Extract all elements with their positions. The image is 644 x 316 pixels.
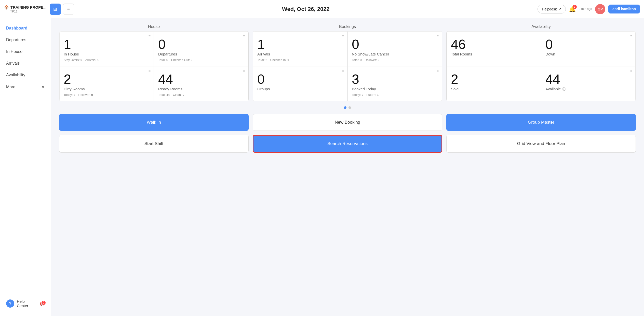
sidebar-item-departures[interactable]: Departures (0, 34, 51, 46)
search-reservations-button[interactable]: Search Reservations (253, 135, 442, 153)
departures-card[interactable]: ≡ 0 Departures Total: 0 Checked Out: 0 (154, 31, 248, 66)
dirty-rooms-label: Dirty Rooms (64, 87, 150, 91)
help-center[interactable]: ? Help Center 📢 0 (0, 295, 51, 312)
dirty-rooms-sub: Today: 2 Rollover: 0 (64, 93, 150, 97)
noshow-sub: Total: 0 Rollover: 0 (352, 58, 438, 62)
main-content: House Bookings Availability ≡ 1 In House… (51, 18, 644, 316)
inhouse-card[interactable]: ≡ 1 In House Stay Overs: 0 Arrivals: 1 (59, 31, 154, 66)
inhouse-label: In House (64, 52, 150, 56)
cards-grid: ≡ 1 In House Stay Overs: 0 Arrivals: 1 ≡… (59, 31, 636, 101)
bookings-section-label: Bookings (253, 24, 442, 29)
notification-time: 0 min ago (579, 7, 592, 11)
megaphone-badge: 📢 0 (39, 301, 45, 306)
booked-today-number: 3 (352, 73, 438, 86)
arrivals-sub: Total: 2 Checked In: 1 (257, 58, 343, 62)
info-icon: ⓘ (562, 87, 566, 91)
action-buttons-row2: Start Shift Search Reservations Grid Vie… (59, 135, 636, 153)
house-icon: 🏠 (4, 5, 9, 10)
arrivals-number: 1 (257, 38, 343, 51)
sidebar-item-dashboard[interactable]: Dashboard (0, 22, 51, 34)
chevron-down-icon: ∨ (42, 84, 45, 89)
nav-buttons: ⊞ ≡ (50, 4, 74, 15)
groups-label: Groups (257, 87, 343, 91)
brand: 🏠 TRAINING PROPE... TP11 (4, 5, 47, 13)
new-booking-button[interactable]: New Booking (253, 114, 442, 131)
megaphone-count: 0 (42, 301, 46, 305)
filter-icon: ≡ (342, 34, 344, 38)
available-number: 44 (545, 73, 631, 86)
ready-rooms-sub: Total: 44 Clean: 0 (158, 93, 244, 97)
arrivals-card[interactable]: ≡ 1 Arrivals Total: 2 Checked In: 1 (253, 31, 347, 66)
down-number: 0 (545, 38, 631, 51)
brand-subtitle: TP11 (4, 10, 47, 13)
sold-label: Sold (451, 87, 537, 91)
filter-icon: ≡ (243, 34, 245, 38)
availability-card-group: 46 Total Rooms ≡ 0 Down 2 Sold ≡ (446, 31, 636, 101)
ready-rooms-number: 44 (158, 73, 244, 86)
groups-card[interactable]: ≡ 0 Groups (253, 66, 347, 101)
brand-title: 🏠 TRAINING PROPE... (4, 5, 47, 10)
external-link-icon: ↗ (558, 7, 561, 11)
dot-2[interactable] (348, 106, 351, 109)
header: 🏠 TRAINING PROPE... TP11 ⊞ ≡ Wed, Oct 26… (0, 0, 644, 18)
filter-icon: ≡ (630, 69, 632, 73)
house-card-group: ≡ 1 In House Stay Overs: 0 Arrivals: 1 ≡… (59, 31, 249, 101)
departures-sub: Total: 0 Checked Out: 0 (158, 58, 244, 62)
filter-icon: ≡ (149, 69, 151, 73)
dirty-rooms-number: 2 (64, 73, 150, 86)
ready-rooms-label: Ready Rooms (158, 87, 244, 91)
sidebar-item-arrivals[interactable]: Arrivals (0, 58, 51, 69)
filter-icon: ≡ (437, 34, 439, 38)
notifications-button[interactable]: 🔔 0 (569, 6, 576, 12)
booked-today-sub: Today: 2 Future: 1 (352, 93, 438, 97)
noshow-label: No Show/Late Cancel (352, 52, 438, 56)
notification-badge: 0 (573, 5, 577, 9)
availability-section-label: Availability (446, 24, 636, 29)
sold-number: 2 (451, 73, 537, 86)
start-shift-button[interactable]: Start Shift (59, 135, 249, 153)
ready-rooms-card[interactable]: ≡ 44 Ready Rooms Total: 44 Clean: 0 (154, 66, 248, 101)
header-date: Wed, Oct 26, 2022 (77, 6, 534, 12)
dot-1[interactable] (344, 106, 346, 109)
grid-view-button[interactable]: ⊞ (50, 4, 61, 15)
departures-label: Departures (158, 52, 244, 56)
noshow-number: 0 (352, 38, 438, 51)
inhouse-number: 1 (64, 38, 150, 51)
booked-today-label: Booked Today (352, 87, 438, 91)
inhouse-sub: Stay Overs: 0 Arrivals: 1 (64, 58, 150, 62)
helpdesk-button[interactable]: Helpdesk ↗ (538, 5, 566, 13)
groups-number: 0 (257, 73, 343, 86)
filter-icon: ≡ (342, 69, 344, 73)
sold-card[interactable]: 2 Sold (447, 66, 541, 101)
noshow-card[interactable]: ≡ 0 No Show/Late Cancel Total: 0 Rollove… (347, 31, 442, 66)
group-master-button[interactable]: Group Master (446, 114, 636, 131)
layout: Dashboard Departures In House Arrivals A… (0, 18, 644, 316)
down-card[interactable]: ≡ 0 Down (541, 31, 636, 66)
total-rooms-card[interactable]: 46 Total Rooms (447, 31, 541, 66)
action-buttons-row1: Walk In New Booking Group Master (59, 114, 636, 131)
booked-today-card[interactable]: ≡ 3 Booked Today Today: 2 Future: 1 (347, 66, 442, 101)
walk-in-button[interactable]: Walk In (59, 114, 249, 131)
dirty-rooms-card[interactable]: ≡ 2 Dirty Rooms Today: 2 Rollover: 0 (59, 66, 154, 101)
sidebar-item-more[interactable]: More ∨ (0, 81, 51, 93)
house-section-label: House (59, 24, 249, 29)
menu-button[interactable]: ≡ (63, 4, 74, 15)
sidebar: Dashboard Departures In House Arrivals A… (0, 18, 51, 316)
user-menu-button[interactable]: april hamilton (608, 5, 640, 13)
total-rooms-label: Total Rooms (451, 52, 537, 56)
section-headers: House Bookings Availability (59, 24, 636, 29)
filter-icon: ≡ (437, 69, 439, 73)
departures-number: 0 (158, 38, 244, 51)
down-label: Down (545, 52, 631, 56)
filter-icon: ≡ (149, 34, 151, 38)
avatar-button[interactable]: GP (595, 4, 605, 14)
grid-view-button-main[interactable]: Grid View and Floor Plan (446, 135, 636, 153)
sidebar-item-availability[interactable]: Availability (0, 69, 51, 81)
pagination-dots (59, 106, 636, 109)
help-icon: ? (6, 299, 14, 308)
sidebar-item-inhouse[interactable]: In House (0, 46, 51, 58)
available-label: Available ⓘ (545, 87, 631, 92)
available-card[interactable]: ≡ 44 Available ⓘ (541, 66, 636, 101)
bookings-card-group: ≡ 1 Arrivals Total: 2 Checked In: 1 ≡ 0 … (253, 31, 442, 101)
arrivals-label: Arrivals (257, 52, 343, 56)
